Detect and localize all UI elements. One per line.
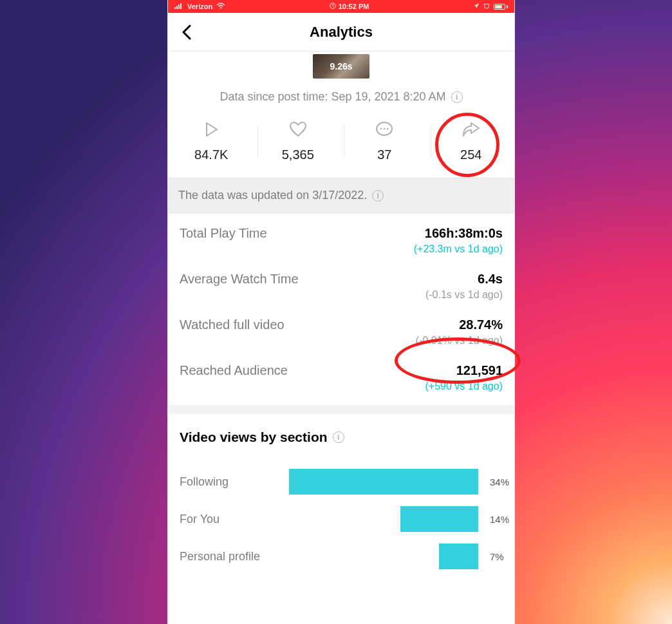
info-icon[interactable]: i [451, 91, 463, 103]
stat-likes-value: 5,365 [282, 147, 314, 162]
metric-delta: (-0.1s vs 1d ago) [425, 289, 503, 301]
location-icon [473, 3, 480, 10]
svg-rect-2 [178, 5, 180, 9]
stats-row: 84.7K 5,365 37 254 [168, 113, 514, 178]
metric-average-watch-time: Average Watch Time 6.4s (-0.1s vs 1d ago… [168, 259, 514, 305]
chart-pct: 14% [490, 514, 509, 525]
stat-shares-value: 254 [460, 147, 481, 162]
metric-label: Reached Audience [180, 363, 288, 378]
update-banner-text: The data was updated on 3/17/2022. [178, 189, 367, 202]
metric-total-play-time: Total Play Time 166h:38m:0s (+23.3m vs 1… [168, 213, 514, 259]
post-time-row: Data since post time: Sep 19, 2021 8:20 … [168, 79, 514, 113]
svg-point-4 [220, 7, 221, 8]
svg-rect-3 [180, 3, 182, 9]
metrics-list: Total Play Time 166h:38m:0s (+23.3m vs 1… [168, 213, 514, 405]
views-by-section-chart: Following 34% For You 14% Personal profi… [168, 450, 514, 575]
status-time: 10:52 PM [339, 3, 369, 10]
stat-shares[interactable]: 254 [428, 118, 515, 165]
status-bar: Verizon 10:52 PM [168, 0, 514, 13]
chart-row-for-you: For You 14% [180, 500, 503, 538]
metric-label: Total Play Time [180, 226, 267, 241]
wifi-icon [216, 3, 225, 10]
nav-header: Analytics [168, 13, 514, 52]
chart-bar [439, 544, 478, 569]
heart-icon [286, 120, 310, 138]
page-title: Analytics [310, 24, 373, 41]
metric-value: 121,591 [425, 363, 503, 378]
chart-row-personal-profile: Personal profile 7% [180, 538, 503, 575]
share-icon [460, 120, 483, 138]
stat-comments-value: 37 [377, 147, 391, 162]
svg-point-9 [384, 128, 386, 130]
svg-point-6 [484, 4, 489, 8]
metric-watched-full-video: Watched full video 28.74% (-0.01% vs 1d … [168, 305, 514, 350]
metric-delta: (+590 vs 1d ago) [425, 381, 503, 392]
chart-bar [400, 506, 478, 532]
svg-rect-0 [174, 7, 176, 9]
back-button[interactable] [178, 23, 196, 41]
post-time-label: Data since post time: Sep 19, 2021 8:20 … [219, 90, 445, 104]
chart-label: Following [180, 475, 289, 489]
svg-point-10 [387, 128, 389, 130]
signal-icon [174, 3, 183, 10]
metric-reached-audience: Reached Audience 121,591 (+590 vs 1d ago… [168, 350, 514, 405]
video-thumbnail[interactable]: 9.26s [313, 54, 369, 79]
info-icon[interactable]: i [333, 431, 344, 443]
carrier-label: Verizon [187, 3, 212, 10]
chart-pct: 7% [490, 551, 504, 562]
update-banner: The data was updated on 3/17/2022. i [168, 178, 514, 213]
comment-icon [373, 120, 396, 138]
info-icon[interactable]: i [372, 190, 384, 202]
section-title-row: Video views by section i [168, 405, 514, 450]
chart-row-following: Following 34% [180, 463, 503, 500]
metric-value: 166h:38m:0s [414, 226, 503, 241]
metric-value: 6.4s [425, 272, 503, 287]
svg-rect-1 [176, 6, 178, 9]
stat-comments[interactable]: 37 [341, 118, 428, 165]
metric-delta: (+23.3m vs 1d ago) [414, 243, 503, 255]
section-title: Video views by section [180, 430, 328, 445]
svg-point-8 [380, 128, 382, 130]
chart-label: For You [180, 513, 289, 526]
phone-frame: Verizon 10:52 PM Analytics [167, 0, 515, 624]
stat-plays[interactable]: 84.7K [168, 118, 255, 165]
metric-delta: (-0.01% vs 1d ago) [416, 335, 503, 346]
chart-bar [289, 469, 478, 495]
video-thumb-row: 9.26s [168, 52, 514, 79]
video-duration-overlay: 9.26s [330, 61, 352, 71]
clock-icon [330, 3, 336, 10]
play-icon [200, 120, 223, 138]
chart-pct: 34% [490, 477, 509, 487]
stat-plays-value: 84.7K [194, 147, 228, 162]
chart-label: Personal profile [180, 550, 289, 563]
metric-value: 28.74% [416, 317, 503, 332]
alarm-icon [483, 3, 490, 10]
stat-likes[interactable]: 5,365 [255, 118, 342, 165]
metric-label: Average Watch Time [180, 272, 299, 287]
battery-icon [494, 4, 508, 10]
metric-label: Watched full video [180, 317, 285, 332]
